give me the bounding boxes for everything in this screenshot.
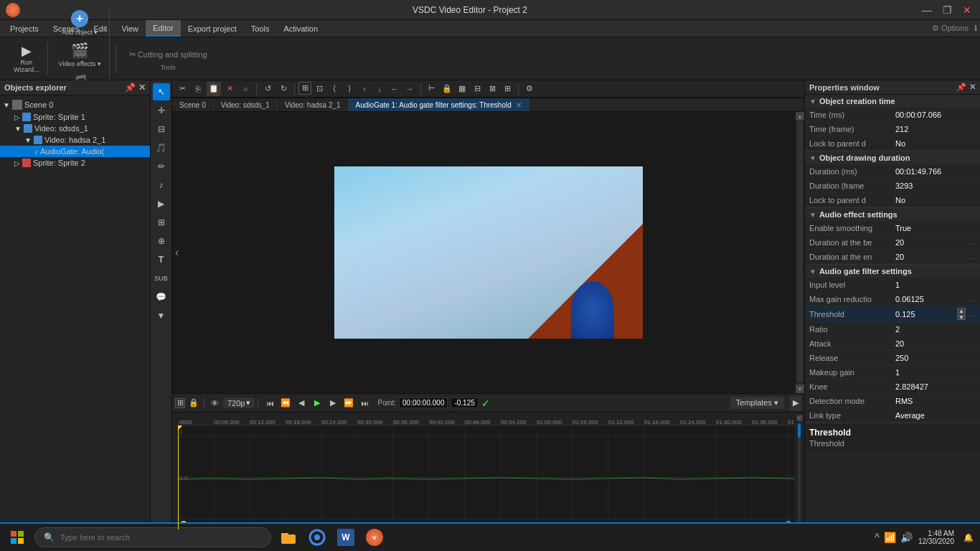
delete-button[interactable]: ✕ — [222, 82, 237, 96]
tree-item-sprite1[interactable]: ▷ Sprite: Sprite 1 — [0, 111, 150, 123]
ungroup-button[interactable]: ⊟ — [470, 82, 484, 96]
play-button[interactable]: ▶ — [310, 396, 324, 410]
text-tool-button[interactable]: T — [153, 251, 170, 268]
prev-frame-button[interactable]: ⏪ — [278, 396, 293, 410]
snap-button[interactable]: ⊢ — [425, 82, 439, 96]
prop-edit-max-gain[interactable]: … — [966, 295, 976, 303]
arrow-down-tool-button[interactable]: ▼ — [153, 307, 170, 324]
tl-zoom-in[interactable]: ⊞ — [796, 414, 802, 422]
add-object-button[interactable]: + Add object ▾ — [58, 8, 101, 38]
tl-new-layer-button[interactable]: ⊞ — [175, 398, 185, 408]
next-button[interactable]: ▶ — [326, 396, 340, 410]
paste-button[interactable]: 📋 — [207, 82, 221, 96]
move-right-button[interactable]: → — [402, 82, 417, 96]
grid-tool-button[interactable]: ⊞ — [153, 214, 170, 231]
preview-scrollbar[interactable]: ▲ ▼ — [796, 112, 804, 393]
tray-show-hidden[interactable]: ^ — [875, 532, 880, 543]
tl-eye-button[interactable]: 👁 — [207, 396, 222, 410]
scrollbar-up[interactable]: ▲ — [796, 112, 804, 121]
video-hadsa-tab[interactable]: Video: hadsa 2_1 — [278, 98, 349, 111]
redo-button[interactable]: ↻ — [276, 82, 291, 96]
select-tool-button[interactable]: ↖ — [153, 83, 170, 100]
scene0-tab[interactable]: Scene 0 — [172, 98, 214, 111]
play-tool-button[interactable]: ▶ — [153, 195, 170, 212]
distribute-button[interactable]: ⊞ — [500, 82, 514, 96]
menu-editor[interactable]: Editor — [146, 20, 181, 37]
start-button[interactable] — [3, 523, 32, 551]
panel-close-button[interactable]: ✕ — [138, 83, 146, 93]
restore-button[interactable]: ❐ — [940, 4, 954, 16]
crop-tool-button[interactable]: ⊟ — [153, 121, 170, 138]
music-tool-button[interactable]: ♪ — [153, 176, 170, 194]
select-frame-button[interactable]: ⊞ — [298, 82, 311, 95]
move-tool-button[interactable]: ✛ — [153, 102, 170, 119]
prop-pin-button[interactable]: 📌 — [956, 83, 966, 92]
run-wizard-button[interactable]: ▶ RunWizard... — [10, 42, 43, 75]
rect-tool-button[interactable]: 🎵 — [153, 139, 170, 156]
tl-lock-button[interactable]: 🔒 — [187, 396, 201, 410]
menu-tools[interactable]: Tools — [244, 20, 277, 37]
cut-button[interactable]: ✂ — [175, 82, 189, 96]
word-app[interactable]: W — [333, 524, 359, 550]
move-down-button[interactable]: ↓ — [372, 82, 387, 96]
to-end-button[interactable]: ⏭ — [357, 396, 372, 410]
video-sdsds-tab[interactable]: Video: sdsds_1 — [214, 98, 278, 111]
tray-network-icon[interactable]: 📶 — [884, 532, 896, 543]
circle-button[interactable]: ○ — [238, 82, 253, 96]
panel-pin-button[interactable]: 📌 — [125, 83, 136, 93]
prop-edit-duration-end[interactable]: … — [966, 253, 976, 260]
menu-export[interactable]: Export project — [181, 20, 244, 37]
chrome-app[interactable] — [304, 524, 330, 550]
copy-button[interactable]: ⎘ — [191, 82, 205, 96]
nav-right-button[interactable]: ⟩ — [342, 82, 357, 96]
taskbar-search[interactable]: 🔍 — [34, 527, 271, 547]
undo-button[interactable]: ↺ — [260, 82, 275, 96]
prop-edit-threshold[interactable]: … — [966, 310, 976, 318]
section-header-drawing-duration[interactable]: ▼ Object drawing duration — [805, 151, 980, 164]
section-header-creation-time[interactable]: ▼ Object creation time — [805, 95, 980, 108]
tree-item-audiogate[interactable]: ♪ AudioGate: Audio( — [0, 146, 150, 157]
audiogate-tab[interactable]: AudioGate 1: Audio gate filter settings:… — [349, 98, 529, 111]
align-button[interactable]: ⊠ — [485, 82, 499, 96]
next-frame-button[interactable]: ⏩ — [341, 396, 356, 410]
threshold-up-button[interactable]: ▲ — [957, 308, 966, 314]
tree-item-video-sdsds[interactable]: ▼ Video: sdsds_1 — [0, 123, 150, 134]
tree-item-video-hadsa[interactable]: ▼ Video: hadsa 2_1 — [0, 134, 150, 146]
vsdc-app[interactable]: V — [362, 524, 387, 550]
prop-edit-duration-begin[interactable]: … — [966, 238, 976, 246]
tl-scroll-right[interactable]: ▶ — [790, 396, 801, 410]
prop-close-button[interactable]: ✕ — [969, 83, 976, 92]
menu-activation[interactable]: Activation — [276, 20, 325, 37]
to-start-button[interactable]: ⏮ — [263, 396, 277, 410]
move-left-button[interactable]: ← — [387, 82, 402, 96]
lock-button[interactable]: 🔒 — [440, 82, 454, 96]
menu-projects[interactable]: Projects — [3, 20, 46, 37]
system-clock[interactable]: 1:48 AM 12/30/2020 — [918, 529, 954, 545]
section-header-audio-effect[interactable]: ▼ Audio effect settings — [805, 208, 980, 221]
tree-item-sprite2[interactable]: ▷ Sprite: Sprite 2 — [0, 157, 150, 169]
scrollbar-down[interactable]: ▼ — [796, 385, 804, 393]
nav-left-button[interactable]: ⟨ — [327, 82, 341, 96]
tray-volume-icon[interactable]: 🔊 — [900, 532, 913, 543]
templates-button[interactable]: Templates ▾ — [730, 397, 784, 409]
tree-item-scene0[interactable]: ▼ Scene 0 — [0, 98, 150, 111]
preview-scroll-left[interactable]: ‹ — [172, 243, 182, 262]
move2-tool-button[interactable]: ⊕ — [153, 232, 170, 250]
resolution-selector[interactable]: 720p ▾ — [223, 397, 255, 408]
prev-button[interactable]: ◀ — [294, 396, 308, 410]
notification-button[interactable]: 🔔 — [960, 529, 977, 546]
group-button[interactable]: ▦ — [455, 82, 469, 96]
video-effects-button[interactable]: 🎬 Video effects ▾ — [55, 39, 105, 70]
zoom-fit-button[interactable]: ⊡ — [312, 82, 326, 96]
audiogate-tab-close[interactable]: ✕ — [516, 101, 522, 109]
speech-tool-button[interactable]: 💬 — [153, 288, 170, 306]
options-button[interactable]: ⚙ Options — [932, 24, 969, 33]
menu-view[interactable]: View — [114, 20, 146, 37]
section-header-audio-gate[interactable]: ▼ Audio gate filter settings — [805, 265, 980, 278]
file-explorer-app[interactable] — [275, 524, 301, 550]
pen-tool-button[interactable]: ✏ — [153, 158, 170, 175]
settings-button[interactable]: ⚙ — [522, 82, 537, 96]
move-up-button[interactable]: ↑ — [357, 82, 372, 96]
minimize-button[interactable]: — — [920, 4, 934, 16]
search-input[interactable] — [60, 533, 262, 542]
